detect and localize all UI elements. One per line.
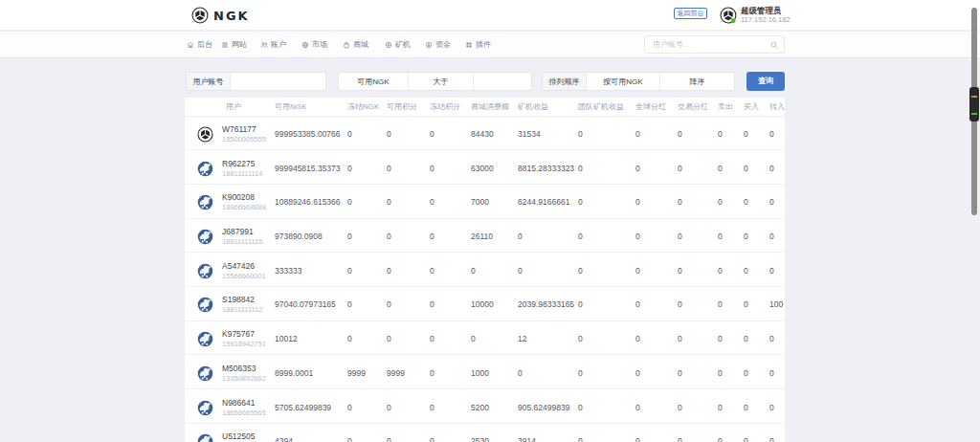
column-header: 冻结NGK — [347, 98, 379, 117]
default-user-avatar — [197, 194, 213, 210]
table-row[interactable]: K900208 18866668888 10889246.61536600070… — [185, 185, 785, 219]
column-header: 买入 — [744, 98, 759, 117]
condition-value-cell — [473, 73, 531, 90]
nav-item-website[interactable]: 网站 — [221, 32, 247, 57]
cell-value: 0 — [718, 152, 723, 187]
cell-value: 0 — [678, 288, 682, 322]
nav-item-market[interactable]: 市场 — [301, 32, 327, 57]
table-row[interactable]: M506353 13350892662 8999.000199999999010… — [185, 355, 785, 389]
row-username: S198842 — [222, 295, 255, 304]
cell-value: 0 — [347, 254, 352, 289]
cell-value: 0 — [769, 357, 774, 391]
cell-value: 0 — [744, 425, 748, 442]
cell-value: 8999.0001 — [275, 357, 313, 391]
cell-value: 0 — [430, 425, 434, 442]
cell-value: 10012 — [275, 322, 298, 357]
table-row[interactable]: R962275 18811111114 999945815.3537300063… — [185, 150, 785, 185]
cell-value: 5200 — [471, 391, 489, 426]
row-username: J687991 — [222, 227, 254, 236]
admin-ip: 117.152.16.182 — [741, 15, 791, 24]
admin-avatar[interactable] — [720, 7, 737, 24]
table-row[interactable]: A547426 15566660001 33333300000000000 — [185, 253, 785, 287]
cell-value: 10889246.615366 — [275, 186, 341, 220]
cell-value: 0 — [387, 391, 391, 426]
cell-value: 0 — [744, 322, 748, 357]
table-row[interactable]: J687991 18811111115 973890.0908000261100… — [185, 219, 785, 254]
nav-search-input[interactable] — [653, 36, 768, 53]
cell-value: 84430 — [471, 118, 494, 152]
row-username: R962275 — [222, 159, 256, 168]
table-row[interactable]: N986641 18656665565 5705.624998390005200… — [185, 389, 785, 424]
column-header: 团队矿机收益 — [578, 98, 624, 117]
table-row[interactable]: W761177 18500005555 999953385.0076600084… — [185, 117, 785, 151]
nav-item-account[interactable]: 账户 — [260, 32, 286, 57]
cell-value: 0 — [347, 425, 352, 442]
cell-value: 0 — [387, 152, 391, 187]
nav-item-funds[interactable]: 资金 — [425, 32, 451, 57]
account-filter-label: 用户账号 — [187, 73, 230, 90]
cell-value: 0 — [744, 220, 748, 254]
nav-item-label: 商城 — [353, 39, 368, 50]
cell-value: 0 — [744, 186, 748, 220]
row-phone: 18500005555 — [222, 135, 266, 144]
nav-item-miner[interactable]: 矿机 — [385, 32, 411, 57]
scrollbar-widget[interactable] — [969, 87, 979, 122]
cell-value: 0 — [769, 391, 774, 426]
cell-value: 9999 — [387, 357, 405, 391]
cell-value: 0 — [430, 391, 434, 426]
cell-value: 0 — [769, 186, 774, 220]
cell-value: 0 — [430, 118, 434, 152]
cell-value: 12 — [518, 322, 526, 357]
order-field-select[interactable]: 按可用NGK — [586, 73, 659, 90]
default-user-avatar — [197, 331, 213, 347]
cell-value: 63000 — [471, 152, 494, 187]
cell-value: 0 — [430, 186, 434, 220]
cell-value: 10000 — [471, 288, 494, 322]
nav-item-mall[interactable]: 商城 — [343, 32, 368, 57]
cell-value: 0 — [518, 357, 523, 391]
home-icon — [187, 41, 194, 49]
miner-icon — [385, 41, 392, 49]
back-to-frontend-button[interactable]: 返回前台 — [674, 8, 707, 19]
cell-value: 0 — [578, 254, 583, 289]
cell-value: 4394 — [275, 425, 293, 442]
row-phone: 18811111114 — [222, 169, 263, 178]
users-icon — [260, 41, 268, 49]
nav-item-plugins[interactable]: 插件 — [465, 32, 491, 57]
row-username: U512505 — [222, 431, 256, 441]
ngk-logo-avatar — [197, 126, 213, 143]
search-icon[interactable] — [770, 41, 778, 49]
table-row[interactable]: U512505 439400025303914000000 — [185, 424, 785, 442]
scrollbar-widget-green-mark — [971, 113, 977, 115]
table-header-row: 用户可用NGK冻结NGK可用积分冻结积分商城消费额矿机收益团队矿机收益全球分红交… — [185, 98, 785, 117]
default-user-avatar — [197, 229, 213, 245]
query-button[interactable]: 查询 — [746, 72, 785, 91]
cell-value: 0 — [744, 357, 748, 391]
condition-operator-select[interactable]: 大于 — [408, 73, 473, 90]
condition-value-input[interactable] — [474, 73, 531, 90]
top-header-bar: NGK 返回前台 超级管理员 117.152.16.182 — [0, 0, 980, 31]
condition-field-select[interactable]: 可用NGK — [339, 73, 408, 90]
order-direction-select[interactable]: 降序 — [659, 73, 734, 90]
cell-value: 0 — [347, 220, 352, 254]
nav-item-label: 市场 — [312, 39, 327, 50]
account-filter-input[interactable] — [231, 73, 325, 90]
column-header: 可用NGK — [275, 98, 306, 117]
cell-value: 0 — [518, 254, 523, 289]
row-username: K900208 — [222, 192, 255, 202]
cell-value: 0 — [387, 118, 391, 152]
cell-value: 9999 — [347, 357, 366, 391]
cell-value: 0 — [635, 220, 640, 254]
column-header: 冻结积分 — [430, 98, 460, 117]
ngk-logo: NGK — [191, 5, 250, 26]
cell-value: 0 — [387, 186, 391, 220]
cell-value: 97040.07973165 — [275, 288, 336, 322]
table-row[interactable]: K975767 15916942751 10012000012000000 — [185, 321, 785, 356]
cell-value: 0 — [578, 118, 583, 152]
cell-value: 0 — [718, 118, 723, 152]
table-row[interactable]: S198842 18811111112 97040.07973165000100… — [185, 287, 785, 321]
nav-item-label: 矿机 — [395, 39, 411, 50]
cell-value: 0 — [678, 254, 682, 289]
cell-value: 0 — [635, 186, 640, 220]
nav-item-backend[interactable]: 后台 — [187, 32, 212, 57]
